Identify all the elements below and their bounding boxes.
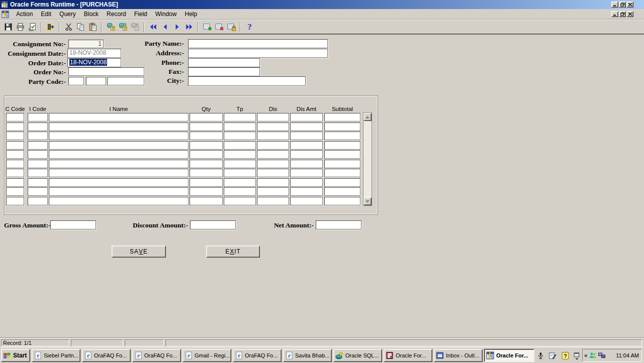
table-cell[interactable] xyxy=(49,113,189,122)
table-cell[interactable] xyxy=(257,160,289,168)
table-cell[interactable] xyxy=(49,141,189,150)
table-cell[interactable] xyxy=(49,150,189,159)
print-check-button[interactable] xyxy=(27,22,38,33)
messenger-icon[interactable] xyxy=(589,351,597,359)
table-cell[interactable] xyxy=(6,150,24,159)
taskbar-item-forms-builder[interactable]: Oracle For... xyxy=(384,349,432,362)
taskbar-item-orafaq-3[interactable]: OraFAQ Fo... xyxy=(233,349,282,362)
menu-help[interactable]: Help xyxy=(180,10,201,19)
menu-field[interactable]: Field xyxy=(130,10,151,19)
table-cell[interactable] xyxy=(49,123,189,131)
table-cell[interactable] xyxy=(224,160,256,168)
table-cell[interactable] xyxy=(290,132,323,140)
table-cell[interactable] xyxy=(190,132,223,140)
table-cell[interactable] xyxy=(190,169,223,177)
table-cell[interactable] xyxy=(257,141,289,150)
table-cell[interactable] xyxy=(6,113,24,122)
address-field[interactable] xyxy=(188,49,328,58)
table-cell[interactable] xyxy=(324,197,360,205)
menu-action[interactable]: Action xyxy=(12,10,37,19)
table-cell[interactable] xyxy=(290,113,323,122)
mdi-close-button[interactable] xyxy=(626,11,633,17)
table-cell[interactable] xyxy=(28,197,48,205)
table-cell[interactable] xyxy=(224,123,256,131)
close-button[interactable] xyxy=(626,2,633,8)
print-button[interactable] xyxy=(15,22,26,33)
table-cell[interactable] xyxy=(6,197,24,205)
table-cell[interactable] xyxy=(224,169,256,177)
table-cell[interactable] xyxy=(224,197,256,205)
table-cell[interactable] xyxy=(6,178,24,187)
table-cell[interactable] xyxy=(28,132,48,140)
table-cell[interactable] xyxy=(190,141,223,150)
scroll-down-button[interactable] xyxy=(363,197,372,205)
table-cell[interactable] xyxy=(324,132,360,140)
language-writing-pad-button[interactable] xyxy=(546,349,558,361)
table-cell[interactable] xyxy=(49,187,189,196)
table-cell[interactable] xyxy=(324,187,360,196)
table-cell[interactable] xyxy=(290,150,323,159)
previous-record-button[interactable] xyxy=(159,22,170,33)
table-cell[interactable] xyxy=(28,150,48,159)
table-cell[interactable] xyxy=(324,123,360,131)
table-cell[interactable] xyxy=(6,187,24,196)
menu-block[interactable]: Block xyxy=(80,10,103,19)
table-cell[interactable] xyxy=(257,132,289,140)
save-button[interactable] xyxy=(3,22,14,33)
table-cell[interactable] xyxy=(224,178,256,187)
network-icon[interactable] xyxy=(598,351,606,359)
phone-field[interactable] xyxy=(188,58,260,67)
table-cell[interactable] xyxy=(28,169,48,177)
table-cell[interactable] xyxy=(28,113,48,122)
table-cell[interactable] xyxy=(190,178,223,187)
table-cell[interactable] xyxy=(6,169,24,177)
mdi-restore-button[interactable] xyxy=(619,11,626,17)
exit-form-button[interactable]: EXIT xyxy=(206,246,260,258)
table-cell[interactable] xyxy=(49,160,189,168)
table-cell[interactable] xyxy=(257,150,289,159)
table-cell[interactable] xyxy=(28,141,48,150)
table-cell[interactable] xyxy=(290,141,323,150)
scroll-up-button[interactable] xyxy=(363,113,372,121)
table-cell[interactable] xyxy=(6,123,24,131)
table-cell[interactable] xyxy=(49,178,189,187)
restore-button[interactable] xyxy=(619,2,626,8)
table-cell[interactable] xyxy=(324,169,360,177)
table-cell[interactable] xyxy=(6,160,24,168)
order-date-field[interactable]: 18-NOV-2008 xyxy=(67,58,121,67)
taskbar-item-savita[interactable]: Savita Bhab... xyxy=(283,349,332,362)
table-cell[interactable] xyxy=(224,187,256,196)
table-cell[interactable] xyxy=(290,187,323,196)
consignment-no-field[interactable]: 1 xyxy=(68,40,104,48)
language-bar-restore-button[interactable] xyxy=(571,349,582,361)
taskbar-item-orafaq-2[interactable]: OraFAQ Fo... xyxy=(132,349,181,362)
exit-button[interactable] xyxy=(45,22,56,33)
table-cell[interactable] xyxy=(290,178,323,187)
previous-block-button[interactable] xyxy=(147,22,158,33)
net-amount-field[interactable] xyxy=(316,220,361,229)
menu-query[interactable]: Query xyxy=(55,10,80,19)
city-field[interactable] xyxy=(188,76,306,86)
table-cell[interactable] xyxy=(324,113,360,122)
minimize-button[interactable] xyxy=(611,2,618,8)
table-cell[interactable] xyxy=(324,150,360,159)
table-cell[interactable] xyxy=(190,123,223,131)
table-cell[interactable] xyxy=(49,169,189,177)
cut-button[interactable] xyxy=(63,22,74,33)
table-cell[interactable] xyxy=(190,150,223,159)
language-help-button[interactable]: ? xyxy=(560,349,571,361)
next-record-button[interactable] xyxy=(171,22,182,33)
table-cell[interactable] xyxy=(324,141,360,150)
menu-edit[interactable]: Edit xyxy=(37,10,55,19)
table-cell[interactable] xyxy=(28,187,48,196)
table-cell[interactable] xyxy=(6,141,24,150)
table-cell[interactable] xyxy=(28,178,48,187)
speech-microphone-button[interactable] xyxy=(535,349,546,361)
table-cell[interactable] xyxy=(224,150,256,159)
insert-record-button[interactable] xyxy=(202,22,213,33)
table-cell[interactable] xyxy=(257,113,289,122)
consignment-date-field[interactable]: 18-NOV-2008 xyxy=(67,49,121,58)
discount-amount-field[interactable] xyxy=(190,220,236,229)
help-button[interactable]: ? xyxy=(244,22,255,33)
table-cell[interactable] xyxy=(190,113,223,122)
